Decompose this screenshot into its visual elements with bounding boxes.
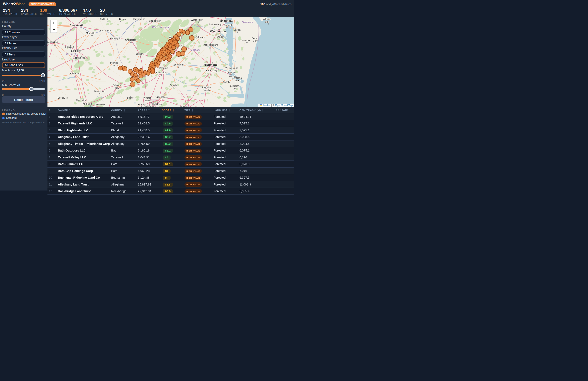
svg-text:High Point: High Point: [152, 103, 162, 106]
svg-text:Cincinnati: Cincinnati: [70, 24, 83, 27]
svg-text:Athens: Athens: [119, 18, 126, 21]
svg-text:Salem: Salem: [145, 99, 151, 102]
svg-text:Lexington: Lexington: [71, 49, 82, 52]
svg-text:Charleston: Charleston: [125, 39, 136, 41]
svg-text:Roanoke: Roanoke: [202, 86, 211, 89]
svg-text:Cookeville: Cookeville: [58, 97, 68, 99]
svg-text:Huntington: Huntington: [110, 37, 121, 40]
svg-text:Beach: Beach: [235, 79, 241, 82]
svg-text:Suffolk: Suffolk: [223, 81, 230, 83]
svg-text:Delaware: Delaware: [242, 21, 253, 24]
svg-text:Johnson: Johnson: [113, 84, 121, 87]
svg-text:Beckley: Beckley: [136, 53, 144, 55]
svg-text:City: City: [265, 21, 269, 23]
svg-text:Gaithersburg: Gaithersburg: [209, 23, 221, 26]
svg-text:Winston-: Winston-: [144, 97, 152, 99]
svg-text:Danville: Danville: [170, 84, 178, 87]
svg-text:Annapolis: Annapolis: [224, 24, 233, 26]
svg-text:Parkersburg: Parkersburg: [133, 18, 145, 20]
svg-text:Winchester: Winchester: [191, 19, 203, 21]
svg-text:Culpeper: Culpeper: [195, 36, 205, 38]
svg-text:Waldorf: Waldorf: [217, 36, 224, 38]
svg-text:Frankfort: Frankfort: [65, 46, 74, 48]
svg-text:Durham: Durham: [179, 105, 187, 107]
svg-text:Pikeville: Pikeville: [110, 62, 118, 64]
svg-text:Hampton: Hampton: [227, 71, 236, 73]
svg-text:City: City: [233, 88, 237, 90]
svg-text:Baltimore: Baltimore: [220, 19, 233, 22]
svg-text:Maysville: Maysville: [86, 32, 95, 34]
svg-text:Elizabeth: Elizabeth: [230, 85, 239, 87]
svg-text:Chillicothe: Chillicothe: [100, 18, 110, 21]
svg-text:Rapids: Rapids: [203, 89, 210, 91]
svg-text:Fredericksburg: Fredericksburg: [203, 44, 218, 46]
svg-text:City: City: [253, 40, 257, 42]
svg-text:Blacksburg: Blacksburg: [156, 71, 167, 74]
svg-text:Oak Ridge: Oak Ridge: [76, 99, 86, 101]
svg-text:Easton: Easton: [234, 29, 241, 31]
svg-text:Richmond: Richmond: [204, 63, 218, 66]
svg-text:Morristown: Morristown: [94, 90, 105, 92]
svg-text:Salisbury: Salisbury: [145, 106, 154, 107]
svg-text:Greensboro: Greensboro: [156, 96, 168, 98]
svg-text:Somerset: Somerset: [70, 72, 79, 75]
svg-text:Atlantic: Atlantic: [263, 18, 271, 21]
svg-text:City: City: [115, 87, 119, 89]
svg-text:Ocean: Ocean: [252, 37, 258, 39]
svg-text:Virginia: Virginia: [234, 77, 242, 79]
svg-text:Salisbury: Salisbury: [241, 39, 250, 41]
svg-text:Lynchburg: Lynchburg: [173, 63, 183, 66]
svg-text:Richmond: Richmond: [75, 57, 85, 59]
svg-text:Williamsburg: Williamsburg: [226, 67, 238, 69]
svg-text:Clarksburg: Clarksburg: [149, 20, 160, 22]
svg-text:Virginia: Virginia: [191, 48, 200, 51]
svg-text:Washington: Washington: [210, 30, 226, 33]
svg-text:Knoxville: Knoxville: [83, 103, 92, 105]
svg-text:Portsmouth: Portsmouth: [100, 29, 111, 32]
svg-text:Roanoke: Roanoke: [159, 67, 168, 69]
svg-text:Hickory: Hickory: [138, 103, 145, 106]
svg-text:Boone: Boone: [127, 97, 134, 99]
svg-text:Sevierville: Sevierville: [95, 103, 105, 106]
svg-text:Petersburg: Petersburg: [206, 69, 217, 72]
svg-text:Kentucky: Kentucky: [66, 52, 78, 56]
svg-text:Louisville: Louisville: [47, 41, 58, 44]
svg-text:West Virginia: West Virginia: [152, 26, 169, 29]
